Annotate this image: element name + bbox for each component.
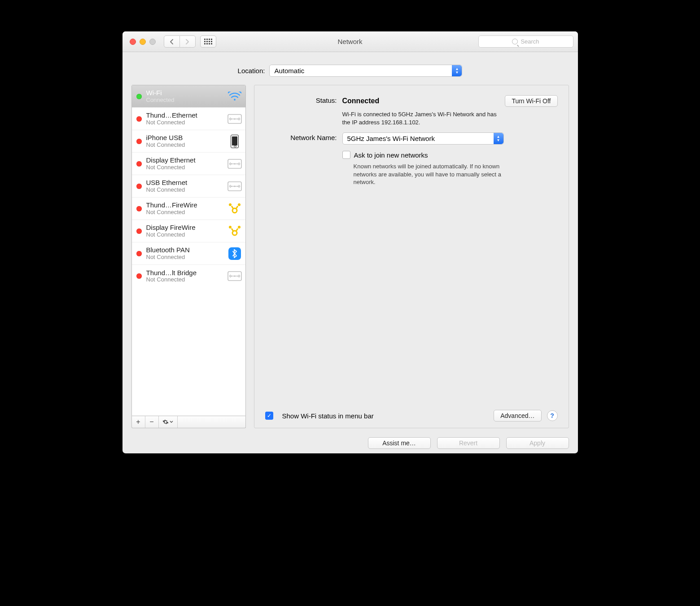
status-value: Connected — [342, 97, 380, 105]
iphone-icon — [228, 135, 242, 148]
ask-join-row: Ask to join new networks Known networks … — [265, 151, 558, 186]
chevron-left-icon — [170, 39, 174, 44]
location-select[interactable]: Automatic ▲▼ — [269, 65, 462, 77]
assist-me-button[interactable]: Assist me… — [368, 437, 431, 449]
service-item-4[interactable]: USB EthernetNot Connected — [132, 175, 245, 198]
ask-join-description: Known networks will be joined automatica… — [354, 162, 515, 186]
footer: Assist me… Revert Apply — [122, 434, 578, 453]
wifi-icon — [228, 90, 242, 103]
forward-button — [180, 35, 196, 48]
service-item-7[interactable]: Bluetooth PANNot Connected — [132, 242, 245, 265]
service-status: Not Connected — [146, 164, 223, 171]
ethernet-icon — [228, 180, 242, 193]
svg-point-16 — [229, 226, 232, 228]
ethernet-icon — [228, 113, 242, 125]
service-item-3[interactable]: Display EthernetNot Connected — [132, 153, 245, 175]
service-text: Wi-FiConnected — [146, 89, 223, 103]
location-row: Location: Automatic ▲▼ — [122, 52, 578, 85]
service-item-5[interactable]: Thund…FireWireNot Connected — [132, 198, 245, 220]
detail-bottom-bar: ✓ Show Wi-Fi status in menu bar Advanced… — [265, 410, 558, 422]
titlebar: Network Search — [122, 31, 578, 52]
network-name-label: Network Name: — [265, 132, 337, 141]
service-actions-button[interactable] — [159, 416, 178, 428]
svg-point-13 — [229, 203, 232, 206]
ask-join-label: Ask to join new networks — [354, 151, 428, 159]
service-name: Bluetooth PAN — [146, 246, 223, 254]
firewire-icon — [228, 225, 242, 237]
toggle-wifi-button[interactable]: Turn Wi-Fi Off — [505, 95, 557, 107]
show-all-button[interactable] — [200, 35, 216, 48]
help-button[interactable]: ? — [547, 410, 558, 421]
service-text: USB EthernetNot Connected — [146, 179, 223, 193]
service-name: Wi-Fi — [146, 89, 223, 97]
service-text: Display FireWireNot Connected — [146, 224, 223, 238]
service-status: Not Connected — [146, 187, 223, 193]
service-list[interactable]: Wi-FiConnectedThund…EthernetNot Connecte… — [131, 85, 246, 416]
service-text: Thund…lt BridgeNot Connected — [146, 269, 223, 283]
back-button[interactable] — [164, 35, 180, 48]
firewire-icon — [228, 202, 242, 215]
service-item-0[interactable]: Wi-FiConnected — [132, 85, 245, 108]
remove-service-button[interactable]: − — [145, 416, 159, 428]
service-item-1[interactable]: Thund…EthernetNot Connected — [132, 108, 245, 130]
gear-icon — [162, 419, 169, 425]
service-toolbar: + − — [131, 416, 246, 428]
minimize-window-button[interactable] — [140, 39, 146, 45]
status-label: Status: — [265, 95, 337, 104]
status-dot-icon — [136, 116, 142, 122]
status-dot-icon — [136, 94, 142, 99]
service-status: Connected — [146, 97, 223, 104]
search-icon — [512, 39, 518, 44]
network-preferences-window: Network Search Location: Automatic ▲▼ Wi… — [122, 31, 578, 453]
select-stepper-icon: ▲▼ — [494, 133, 503, 144]
grid-icon — [204, 39, 212, 44]
status-dot-icon — [136, 206, 142, 211]
status-dot-icon — [136, 139, 142, 144]
service-item-8[interactable]: Thund…lt BridgeNot Connected — [132, 265, 245, 287]
svg-point-12 — [232, 208, 237, 213]
show-menubar-checkbox[interactable]: ✓ — [265, 412, 273, 420]
bluetooth-icon — [228, 247, 242, 260]
network-name-select[interactable]: 5GHz James's Wi-Fi Network ▲▼ — [342, 132, 504, 145]
status-dot-icon — [136, 228, 142, 234]
service-sidebar: Wi-FiConnectedThund…EthernetNot Connecte… — [131, 85, 246, 428]
show-menubar-label: Show Wi-Fi status in menu bar — [282, 412, 374, 420]
service-text: Bluetooth PANNot Connected — [146, 246, 223, 260]
status-description: Wi-Fi is connected to 5GHz James's Wi-Fi… — [342, 110, 504, 126]
svg-point-14 — [238, 203, 241, 206]
add-service-button[interactable]: + — [132, 416, 145, 428]
search-input[interactable]: Search — [478, 35, 573, 48]
revert-button: Revert — [437, 437, 500, 449]
status-dot-icon — [136, 251, 142, 256]
window-controls — [130, 39, 156, 45]
service-name: Display FireWire — [146, 224, 223, 231]
service-text: Display EthernetNot Connected — [146, 156, 223, 171]
status-row: Status: Connected Turn Wi-Fi Off Wi-Fi i… — [265, 95, 558, 126]
advanced-button[interactable]: Advanced… — [494, 410, 541, 422]
chevron-down-icon — [170, 421, 173, 423]
status-dot-icon — [136, 273, 142, 279]
svg-point-15 — [232, 231, 237, 235]
ethernet-icon — [228, 158, 242, 170]
service-status: Not Connected — [146, 142, 223, 149]
service-status: Not Connected — [146, 232, 223, 238]
network-name-row: Network Name: 5GHz James's Wi-Fi Network… — [265, 132, 558, 145]
location-label: Location: — [238, 67, 265, 75]
service-status: Not Connected — [146, 209, 223, 216]
service-text: iPhone USBNot Connected — [146, 134, 223, 148]
nav-buttons — [164, 35, 196, 48]
close-window-button[interactable] — [130, 39, 136, 45]
service-item-6[interactable]: Display FireWireNot Connected — [132, 220, 245, 242]
service-status: Not Connected — [146, 119, 223, 126]
main-area: Wi-FiConnectedThund…EthernetNot Connecte… — [122, 85, 578, 434]
service-name: Thund…lt Bridge — [146, 269, 223, 277]
service-detail-pane: Status: Connected Turn Wi-Fi Off Wi-Fi i… — [254, 85, 569, 428]
select-stepper-icon: ▲▼ — [452, 65, 462, 76]
service-name: Display Ethernet — [146, 156, 223, 164]
ask-join-checkbox[interactable] — [342, 151, 350, 159]
status-dot-icon — [136, 161, 142, 167]
location-value: Automatic — [274, 67, 304, 75]
service-text: Thund…FireWireNot Connected — [146, 201, 223, 215]
service-item-2[interactable]: iPhone USBNot Connected — [132, 130, 245, 153]
service-name: iPhone USB — [146, 134, 223, 141]
